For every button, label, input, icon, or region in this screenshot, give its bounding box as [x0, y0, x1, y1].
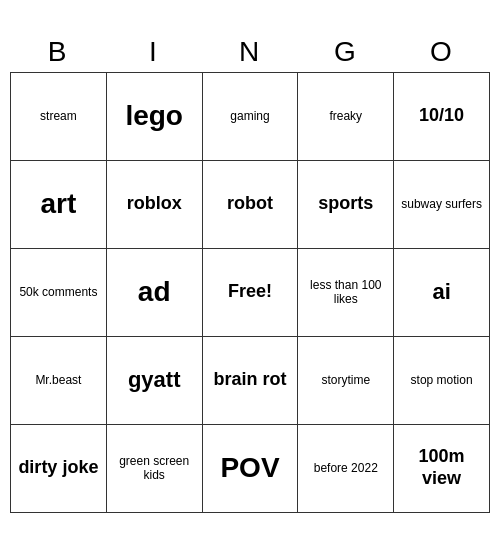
bingo-cell: subway surfers — [394, 161, 490, 249]
bingo-cell: Free! — [203, 249, 299, 337]
bingo-cell: gaming — [203, 73, 299, 161]
bingo-cell: dirty joke — [11, 425, 107, 513]
bingo-cell: ad — [107, 249, 203, 337]
bingo-cell: freaky — [298, 73, 394, 161]
header-letter: O — [394, 32, 490, 72]
bingo-cell: brain rot — [203, 337, 299, 425]
bingo-cell: sports — [298, 161, 394, 249]
bingo-cell: roblox — [107, 161, 203, 249]
header-letter: B — [10, 32, 106, 72]
bingo-cell: stop motion — [394, 337, 490, 425]
bingo-cell: 100m view — [394, 425, 490, 513]
bingo-cell: less than 100 likes — [298, 249, 394, 337]
bingo-cell: stream — [11, 73, 107, 161]
bingo-cell: robot — [203, 161, 299, 249]
header-letter: I — [106, 32, 202, 72]
bingo-cell: gyatt — [107, 337, 203, 425]
bingo-grid: streamlegogamingfreaky10/10artrobloxrobo… — [10, 72, 490, 513]
bingo-cell: green screen kids — [107, 425, 203, 513]
bingo-cell: before 2022 — [298, 425, 394, 513]
bingo-cell: art — [11, 161, 107, 249]
bingo-cell: POV — [203, 425, 299, 513]
bingo-cell: lego — [107, 73, 203, 161]
header-letter: N — [202, 32, 298, 72]
bingo-cell: 50k comments — [11, 249, 107, 337]
bingo-cell: storytime — [298, 337, 394, 425]
bingo-cell: ai — [394, 249, 490, 337]
bingo-cell: 10/10 — [394, 73, 490, 161]
header-letter: G — [298, 32, 394, 72]
bingo-card: BINGO streamlegogamingfreaky10/10artrobl… — [10, 32, 490, 513]
bingo-cell: Mr.beast — [11, 337, 107, 425]
bingo-header: BINGO — [10, 32, 490, 72]
